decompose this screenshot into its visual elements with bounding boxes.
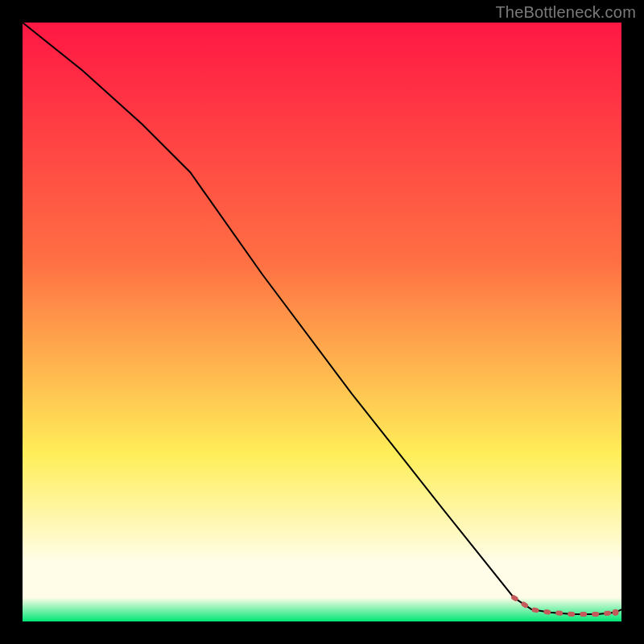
chart-svg — [23, 23, 621, 621]
chart-frame: TheBottleneck.com — [0, 0, 644, 644]
watermark-text: TheBottleneck.com — [495, 3, 636, 22]
chart-plot-area — [23, 23, 621, 621]
gradient-background — [23, 23, 621, 621]
optimal-point-marker — [613, 609, 619, 616]
